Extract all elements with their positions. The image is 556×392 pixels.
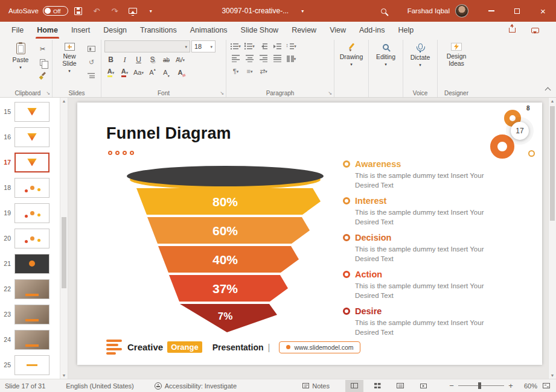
slide-thumbnail[interactable] — [14, 330, 50, 350]
editing-button[interactable]: Editing ▾ — [372, 40, 400, 89]
slide-thumbnail[interactable] — [14, 229, 50, 248]
bold-button[interactable]: B — [104, 54, 117, 65]
font-color-button[interactable]: A▾ — [118, 67, 131, 78]
scroll-up-icon[interactable]: ▲ — [549, 99, 556, 103]
tab-view[interactable]: View — [323, 22, 353, 39]
tab-slide-show[interactable]: Slide Show — [234, 22, 286, 39]
slideshow-view-button[interactable] — [414, 380, 432, 392]
slide-thumbnail[interactable] — [14, 254, 50, 274]
legend-item[interactable]: Desire This is the sample dummy text Ins… — [343, 306, 494, 343]
slide-thumbnail[interactable] — [14, 127, 50, 147]
format-painter-button[interactable] — [36, 70, 49, 81]
increase-font-button[interactable]: A▴ — [146, 67, 159, 78]
drawing-button[interactable]: Drawing ▾ — [337, 40, 365, 89]
undo-button[interactable]: ↶ — [89, 2, 104, 19]
italic-button[interactable]: I — [118, 54, 131, 65]
strikethrough-button[interactable]: ab — [160, 54, 173, 65]
legend-item[interactable]: Action This is the sample dummy text Ins… — [343, 270, 494, 306]
layout-button[interactable] — [85, 43, 98, 54]
slide-thumbnail[interactable] — [14, 203, 50, 223]
close-button[interactable]: × — [530, 0, 556, 22]
scrollbar-thumb[interactable] — [550, 106, 555, 221]
increase-indent-button[interactable] — [271, 40, 284, 51]
legend-item[interactable]: Interest This is the sample dummy text I… — [343, 196, 494, 233]
font-size-select[interactable]: 18▾ — [191, 40, 216, 52]
fit-to-window-icon[interactable] — [543, 383, 550, 388]
copy-button[interactable] — [36, 57, 49, 68]
slide-thumbnail[interactable] — [14, 178, 50, 198]
new-slide-button[interactable]: New Slide ▾ — [56, 40, 83, 89]
maximize-button[interactable] — [504, 0, 530, 22]
tab-insert[interactable]: Insert — [65, 22, 97, 39]
align-center-button[interactable] — [243, 53, 256, 64]
slide-thumbnail[interactable] — [14, 102, 50, 122]
scroll-down-icon[interactable]: ▼ — [60, 373, 68, 378]
zoom-out-button[interactable]: − — [447, 381, 456, 390]
thumbnail-scrollbar[interactable]: ▲ ▼ — [60, 98, 68, 379]
section-button[interactable] — [85, 70, 98, 81]
comments-icon[interactable] — [531, 28, 539, 33]
zoom-in-button[interactable]: + — [506, 381, 516, 390]
align-text-button[interactable]: ≡▾ — [243, 66, 256, 77]
tab-design[interactable]: Design — [97, 22, 133, 39]
tab-animations[interactable]: Animations — [184, 22, 234, 39]
columns-button[interactable]: ▾ — [285, 53, 298, 64]
reset-button[interactable]: ↺ — [85, 57, 98, 68]
user-avatar[interactable] — [455, 4, 468, 17]
tab-help[interactable]: Help — [391, 22, 420, 39]
slide-17[interactable]: Funnel Diagram 80% 60% 40% 37% 7% Awaren… — [77, 103, 542, 365]
slide-thumbnail[interactable] — [14, 305, 50, 324]
dialog-launcher-icon[interactable]: ↘ — [328, 91, 332, 96]
convert-smartart-button[interactable]: ⇄▾ — [257, 66, 270, 77]
zoom-level[interactable]: 60% — [519, 382, 537, 390]
font-name-select[interactable]: ▾ — [104, 40, 190, 52]
minimize-button[interactable] — [478, 0, 504, 22]
tab-file[interactable]: File — [5, 22, 30, 39]
paste-button[interactable]: Paste ▾ — [7, 40, 34, 89]
legend-item[interactable]: Decision This is the sample dummy text I… — [343, 233, 494, 270]
zoom-slider[interactable] — [458, 380, 504, 392]
change-case-button[interactable]: Aa▾ — [132, 67, 145, 78]
dialog-launcher-icon[interactable]: ↘ — [220, 91, 224, 96]
justify-button[interactable] — [271, 53, 284, 64]
search-button[interactable] — [376, 2, 392, 19]
dialog-launcher-icon[interactable]: ↘ — [46, 91, 50, 96]
character-spacing-button[interactable]: AV▾ — [174, 54, 187, 65]
line-spacing-button[interactable]: ▾ — [285, 40, 298, 51]
underline-button[interactable]: U — [132, 54, 145, 65]
slide-indicator[interactable]: Slide 17 of 31 — [5, 382, 45, 390]
website-pill[interactable]: www.slidemodel.com — [279, 341, 360, 353]
quick-access-chevron[interactable]: ▾ — [143, 2, 159, 19]
user-name[interactable]: Farshad Iqbal — [407, 7, 450, 14]
tab-home[interactable]: Home — [30, 22, 65, 39]
language-indicator[interactable]: English (United States) — [66, 382, 134, 390]
tab-transitions[interactable]: Transitions — [133, 22, 184, 39]
legend-item[interactable]: Awareness This is the sample dummy text … — [343, 159, 494, 196]
slide-thumbnail[interactable] — [14, 355, 50, 375]
slide-thumbnail[interactable] — [14, 279, 50, 299]
align-left-button[interactable] — [229, 53, 242, 64]
document-title[interactable]: 30097-01-creative-... — [222, 7, 289, 15]
scroll-up-icon[interactable]: ▲ — [60, 99, 68, 103]
text-direction-button[interactable]: ¶▾ — [229, 66, 242, 77]
decrease-font-button[interactable]: A▾ — [160, 67, 173, 78]
title-chevron-down-icon[interactable]: ▾ — [295, 2, 310, 19]
reading-view-button[interactable] — [391, 380, 409, 392]
share-icon[interactable] — [509, 28, 516, 33]
numbering-button[interactable]: ▾ — [243, 40, 256, 51]
start-slideshow-button[interactable] — [125, 2, 141, 19]
cut-button[interactable]: ✂ — [36, 43, 49, 54]
text-highlight-button[interactable]: A▾ — [104, 67, 117, 78]
tab-review[interactable]: Review — [285, 22, 323, 39]
clear-formatting-button[interactable]: A — [174, 67, 187, 78]
autosave-toggle[interactable]: Off — [43, 6, 68, 16]
align-right-button[interactable] — [257, 53, 270, 64]
redo-button[interactable]: ↷ — [107, 2, 123, 19]
slider-thumb[interactable] — [478, 382, 481, 389]
normal-view-button[interactable] — [345, 380, 363, 392]
tab-add-ins[interactable]: Add-ins — [353, 22, 391, 39]
notes-toggle[interactable]: Notes — [302, 382, 330, 390]
bullets-button[interactable]: ▾ — [229, 40, 242, 51]
decrease-indent-button[interactable] — [257, 40, 270, 51]
slide-thumbnail[interactable] — [14, 153, 50, 172]
